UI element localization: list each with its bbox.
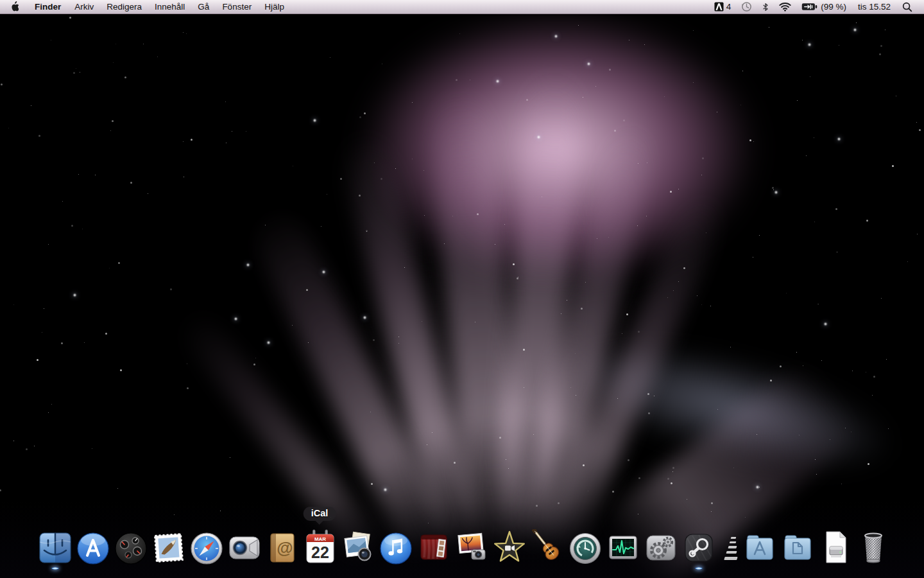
dock-icon-address-book[interactable]: @ [266,529,299,565]
dock-separator [723,533,740,565]
battery-percent: (99 %) [821,2,846,12]
menu-item-arkiv[interactable]: Arkiv [68,0,100,14]
spotlight-menu-extra[interactable] [897,0,918,14]
dock-icon-garageband[interactable] [531,529,564,565]
menu-item-ga[interactable]: Gå [191,0,216,14]
dock-icon-documents-folder[interactable] [781,529,814,565]
dock-icon-safari[interactable] [190,529,223,565]
input-menu-extra[interactable]: 4 [709,0,737,14]
menu-item-finder[interactable]: Finder [28,0,68,14]
dock-icon-steam[interactable] [682,529,715,565]
dock-icon-system-preferences[interactable] [644,529,678,565]
dock-icon-activity-monitor[interactable] [606,529,640,565]
apple-logo-icon [9,1,19,12]
dock: @ MAR 22 [0,519,924,578]
dock-icon-trash[interactable] [857,529,890,565]
time-machine-menu-extra[interactable] [736,0,757,14]
bluetooth-menu-extra[interactable] [757,0,774,14]
adobe-a-icon [714,2,724,12]
dock-icon-image-capture[interactable] [455,529,488,565]
menu-bar: Finder Arkiv Redigera Innehåll Gå Fönste… [0,0,924,14]
input-badge-count: 4 [726,2,732,12]
wallpaper-aurora [0,0,924,578]
time-machine-menu-icon [741,1,752,12]
ical-month: MAR [314,536,326,542]
dock-icon-imovie[interactable] [493,529,526,565]
bluetooth-icon [762,2,769,12]
menu-item-hjalp[interactable]: Hjälp [258,0,291,14]
dock-tooltip: iCal [304,507,336,521]
wifi-menu-extra[interactable] [774,0,796,14]
dock-icon-time-machine[interactable] [569,529,602,565]
dock-icon-iphoto[interactable] [341,529,375,565]
running-indicator-steam [695,567,703,570]
dock-icon-finder[interactable] [38,529,72,565]
menu-item-fonster[interactable]: Fönster [216,0,258,14]
menu-clock[interactable]: tis 15.52 [851,0,897,14]
wifi-icon [779,2,791,12]
menu-item-innehall[interactable]: Innehåll [148,0,191,14]
clock-text: tis 15.52 [858,2,891,12]
dock-icon-photo-booth[interactable] [417,529,450,565]
at-glyph: @ [277,538,293,557]
dock-icon-app-store[interactable] [76,529,110,565]
running-indicator-finder [51,567,59,570]
dock-icon-document-file[interactable] [819,529,852,565]
dock-icon-ical[interactable]: MAR 22 [304,529,337,565]
ical-day: 22 [311,543,329,561]
dock-icon-mail[interactable] [152,529,185,565]
spotlight-search-icon [902,2,912,12]
dock-icon-dashboard[interactable] [114,529,148,565]
desktop: Finder Arkiv Redigera Innehåll Gå Fönste… [0,0,924,578]
dock-icon-applications-folder[interactable] [743,529,776,565]
menu-item-redigera[interactable]: Redigera [100,0,148,14]
battery-menu-extra[interactable]: (99 %) [796,0,851,14]
dock-icon-itunes[interactable] [379,529,413,565]
dock-icon-facetime[interactable] [228,529,261,565]
battery-charging-icon [801,3,817,11]
apple-menu[interactable] [0,0,28,14]
